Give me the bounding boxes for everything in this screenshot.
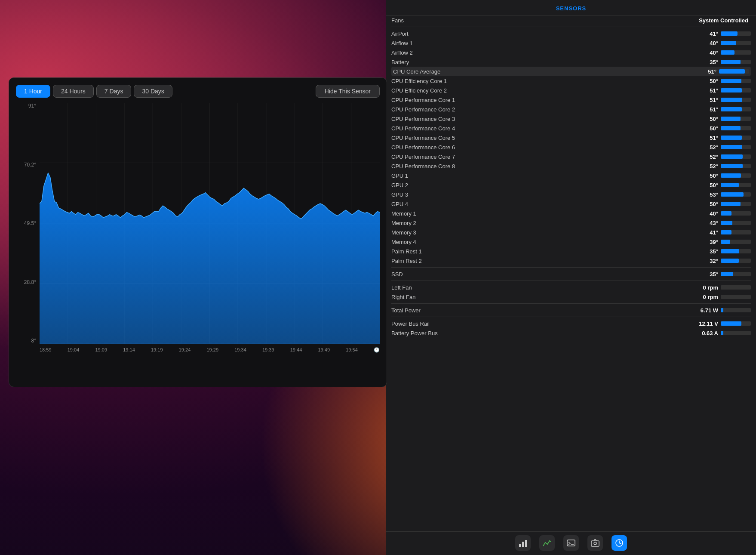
sensor-bar-container — [721, 145, 751, 149]
sensor-bar-container — [721, 221, 751, 225]
hide-sensor-button[interactable]: Hide This Sensor — [316, 85, 380, 98]
sensor-value: 41° — [699, 31, 718, 37]
battery-bus-row: Battery Power Bus 0.63 A — [391, 328, 751, 338]
sensor-row[interactable]: Airflow 140° — [391, 38, 751, 48]
sensor-row[interactable]: Palm Rest 232° — [391, 256, 751, 265]
sensor-name: AirPort — [391, 31, 699, 37]
sensor-bar — [721, 88, 742, 92]
sensor-bar-container — [721, 230, 751, 234]
x-label-7: 19:34 — [234, 347, 246, 353]
sensor-row[interactable]: Battery35° — [391, 57, 751, 67]
sensor-name: CPU Performance Core 8 — [391, 163, 699, 170]
sensor-row[interactable]: AirPort41° — [391, 29, 751, 38]
sensor-row[interactable]: GPU 450° — [391, 199, 751, 209]
chart-toolbar-icon[interactable] — [515, 535, 531, 551]
sensor-bar-container — [721, 249, 751, 253]
sensor-name: CPU Performance Core 1 — [391, 97, 699, 103]
sensor-row[interactable]: CPU Performance Core 752° — [391, 152, 751, 161]
fans-row: Fans System Controlled — [391, 15, 751, 25]
ssd-label: SSD — [391, 271, 699, 278]
sensor-row[interactable]: CPU Performance Core 652° — [391, 142, 751, 152]
power-bus-row: Power Bus Rail 12.11 V — [391, 319, 751, 328]
sensor-name: Memory 3 — [391, 229, 699, 236]
sensor-value: 51° — [699, 97, 718, 103]
sensor-value: 41° — [699, 229, 718, 236]
sensor-bar-container — [721, 183, 751, 187]
svg-point-23 — [594, 542, 596, 545]
sensors-list[interactable]: Fans System Controlled AirPort41°Airflow… — [386, 15, 756, 531]
right-fan-label: Right Fan — [391, 294, 699, 300]
7days-button[interactable]: 7 Days — [96, 85, 132, 98]
terminal-toolbar-icon[interactable] — [563, 535, 579, 551]
sensor-bar-container — [721, 259, 751, 263]
chart-area: 91° 70.2° 49.5° 28.8° 8° — [16, 103, 380, 357]
sensor-name: CPU Performance Core 3 — [391, 116, 699, 122]
left-fan-label: Left Fan — [391, 284, 699, 291]
sensor-name: GPU 3 — [391, 191, 699, 198]
y-label-4: 28.8° — [16, 279, 36, 285]
sensor-row[interactable]: GPU 150° — [391, 171, 751, 180]
x-label-3: 19:14 — [123, 347, 135, 353]
sensor-row[interactable]: CPU Performance Core 251° — [391, 105, 751, 114]
sensor-row[interactable]: GPU 353° — [391, 190, 751, 199]
sensor-row[interactable]: CPU Performance Core 450° — [391, 123, 751, 133]
istatmenus-toolbar-icon[interactable] — [612, 535, 627, 551]
sensor-bar — [721, 221, 732, 225]
sensor-value: 32° — [699, 258, 718, 264]
sensor-row[interactable]: Memory 243° — [391, 218, 751, 228]
sensor-row[interactable]: CPU Core Average51° — [391, 67, 751, 76]
sensor-name: CPU Performance Core 5 — [391, 135, 699, 141]
sensor-bar — [721, 173, 741, 178]
sensor-row[interactable]: CPU Performance Core 350° — [391, 114, 751, 123]
sensor-row[interactable]: GPU 250° — [391, 180, 751, 190]
sensor-row[interactable]: Palm Rest 135° — [391, 247, 751, 256]
divider-bus — [391, 317, 751, 317]
sensor-row[interactable]: Airflow 240° — [391, 48, 751, 57]
market-toolbar-icon[interactable] — [539, 535, 555, 551]
sensor-bar — [721, 117, 741, 121]
divider-power — [391, 303, 751, 304]
sensor-row[interactable]: Memory 439° — [391, 237, 751, 247]
divider-fans — [391, 27, 751, 27]
ssd-value: 35° — [699, 271, 718, 278]
sensor-bar-container — [721, 154, 751, 159]
sensor-value: 52° — [699, 154, 718, 160]
y-label-3: 49.5° — [16, 220, 36, 226]
sensor-bar — [721, 259, 739, 263]
sensor-bar-container — [721, 41, 751, 45]
sensor-bar — [721, 192, 744, 197]
sensor-row[interactable]: CPU Performance Core 151° — [391, 95, 751, 105]
sensor-bar — [721, 202, 741, 206]
sensor-name: Airflow 2 — [391, 49, 699, 56]
sensor-name: Palm Rest 2 — [391, 258, 699, 264]
sensor-bar-container — [721, 117, 751, 121]
divider-ssd — [391, 267, 751, 268]
sensor-bar — [721, 50, 734, 55]
sensor-bar — [721, 79, 741, 83]
clock-icon: 🕐 — [374, 347, 380, 353]
sensor-value: 40° — [699, 210, 718, 217]
sensor-bar — [721, 107, 742, 111]
sensor-row[interactable]: CPU Performance Core 852° — [391, 161, 751, 171]
sensor-value: 40° — [699, 49, 718, 56]
1hour-button[interactable]: 1 Hour — [16, 85, 50, 98]
sensor-bar — [721, 164, 743, 168]
sensor-bar-container — [721, 240, 751, 244]
sensor-bar — [721, 31, 738, 36]
x-axis: 18:59 19:04 19:09 19:14 19:19 19:24 19:2… — [40, 345, 380, 353]
24hours-button[interactable]: 24 Hours — [53, 85, 94, 98]
sensor-value: 52° — [699, 144, 718, 151]
sensor-name: Memory 1 — [391, 210, 699, 217]
svg-rect-18 — [522, 542, 524, 547]
y-axis: 91° 70.2° 49.5° 28.8° 8° — [16, 103, 40, 357]
sensor-row[interactable]: CPU Performance Core 551° — [391, 133, 751, 142]
sensor-value: 52° — [699, 163, 718, 170]
sensor-row[interactable]: Memory 140° — [391, 209, 751, 218]
sensor-row[interactable]: CPU Efficiency Core 251° — [391, 86, 751, 95]
sensor-row[interactable]: Memory 341° — [391, 228, 751, 237]
sensor-row[interactable]: CPU Efficiency Core 150° — [391, 76, 751, 86]
screencapture-toolbar-icon[interactable] — [587, 535, 603, 551]
30days-button[interactable]: 30 Days — [134, 85, 172, 98]
sensor-name: CPU Performance Core 4 — [391, 125, 699, 132]
battery-bus-value: 0.63 A — [699, 330, 718, 336]
